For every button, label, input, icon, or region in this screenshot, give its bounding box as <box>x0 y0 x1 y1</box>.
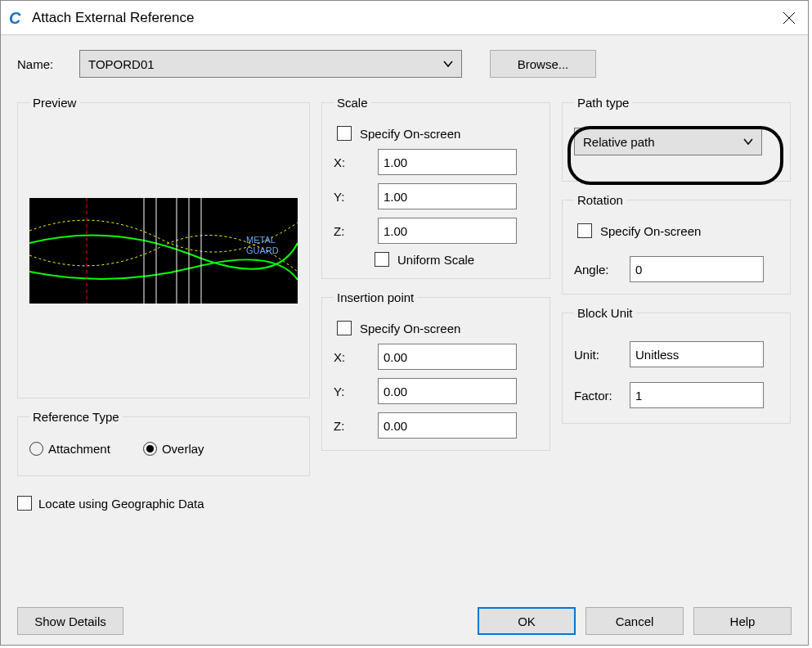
scale-specify-label: Specify On-screen <box>360 127 460 141</box>
angle-input[interactable] <box>630 256 764 282</box>
show-details-button[interactable]: Show Details <box>17 607 123 635</box>
radio-icon <box>29 442 43 456</box>
chevron-down-icon <box>743 137 753 146</box>
scale-z-input[interactable] <box>378 218 517 244</box>
preview-group: Preview <box>17 96 310 398</box>
app-icon: C <box>9 11 24 25</box>
y-label: Y: <box>334 385 370 398</box>
dialog-content: Name: TOPORD01 Browse... Preview <box>1 35 808 645</box>
rotation-specify-checkbox[interactable] <box>577 223 592 238</box>
title-bar: C Attach External Reference <box>1 1 808 35</box>
scale-group: Scale Specify On-screen X: Y: Z: Uniform… <box>321 96 550 279</box>
path-type-dropdown[interactable]: Relative path <box>574 128 762 155</box>
name-dropdown[interactable]: TOPORD01 <box>79 50 462 78</box>
chevron-down-icon <box>443 59 453 69</box>
scale-y-input[interactable] <box>378 183 517 209</box>
unit-label: Unit: <box>574 348 621 362</box>
unit-value: Unitless <box>630 341 764 367</box>
scale-legend: Scale <box>334 96 371 110</box>
factor-label: Factor: <box>574 389 621 403</box>
overlay-radio[interactable]: Overlay <box>143 442 204 456</box>
z-label: Z: <box>334 419 370 433</box>
z-label: Z: <box>334 224 370 238</box>
name-row: Name: TOPORD01 Browse... <box>17 50 792 78</box>
columns: Preview <box>17 96 792 596</box>
preview-image: METAL GUARD <box>29 198 298 304</box>
close-icon <box>783 12 795 24</box>
name-value: TOPORD01 <box>88 57 155 71</box>
attachment-radio[interactable]: Attachment <box>29 442 110 456</box>
close-button[interactable] <box>770 1 808 35</box>
insert-z-input[interactable] <box>378 412 517 439</box>
checkbox-icon <box>17 496 32 511</box>
preview-thumbnail: METAL GUARD <box>29 198 298 304</box>
locate-checkbox-row[interactable]: Locate using Geographic Data <box>17 496 310 511</box>
attachment-label: Attachment <box>48 442 110 456</box>
overlay-label: Overlay <box>162 442 204 456</box>
cancel-button[interactable]: Cancel <box>585 607 684 635</box>
insert-x-input[interactable] <box>378 344 517 370</box>
preview-legend: Preview <box>29 96 79 110</box>
insert-y-input[interactable] <box>378 378 517 404</box>
uniform-scale-label: Uniform Scale <box>397 253 474 267</box>
scale-specify-checkbox[interactable] <box>337 126 352 141</box>
ok-button[interactable]: OK <box>478 607 576 635</box>
block-legend: Block Unit <box>574 306 636 320</box>
factor-value: 1 <box>630 382 764 408</box>
uniform-scale-checkbox[interactable] <box>375 252 389 267</box>
rotation-specify-label: Specify On-screen <box>600 224 701 238</box>
insertion-group: Insertion point Specify On-screen X: Y: … <box>321 290 550 451</box>
svg-text:METAL: METAL <box>246 235 276 245</box>
x-label: X: <box>334 350 370 364</box>
scale-x-input[interactable] <box>378 149 517 175</box>
button-row: Show Details OK Cancel Help <box>17 607 792 635</box>
insert-specify-checkbox[interactable] <box>337 321 352 335</box>
insertion-legend: Insertion point <box>334 290 417 304</box>
path-type-group: Path type Relative path <box>562 96 791 182</box>
y-label: Y: <box>334 190 370 204</box>
path-value: Relative path <box>583 135 655 149</box>
browse-button[interactable]: Browse... <box>490 50 596 78</box>
dialog-title: Attach External Reference <box>32 10 770 26</box>
rotation-group: Rotation Specify On-screen Angle: <box>562 193 791 295</box>
help-button[interactable]: Help <box>693 607 792 635</box>
path-legend: Path type <box>574 96 632 110</box>
svg-text:GUARD: GUARD <box>246 245 279 255</box>
x-label: X: <box>334 155 370 169</box>
name-label: Name: <box>17 57 66 71</box>
dialog-window: C Attach External Reference Name: TOPORD… <box>0 0 809 646</box>
radio-icon <box>143 442 157 456</box>
rotation-legend: Rotation <box>574 193 626 207</box>
angle-label: Angle: <box>574 263 621 277</box>
reftype-group: Reference Type Attachment Overlay <box>17 410 310 476</box>
locate-label: Locate using Geographic Data <box>38 497 204 511</box>
reftype-legend: Reference Type <box>29 410 123 424</box>
insert-specify-label: Specify On-screen <box>360 322 460 335</box>
block-unit-group: Block Unit Unit: Unitless Factor: 1 <box>562 306 791 424</box>
